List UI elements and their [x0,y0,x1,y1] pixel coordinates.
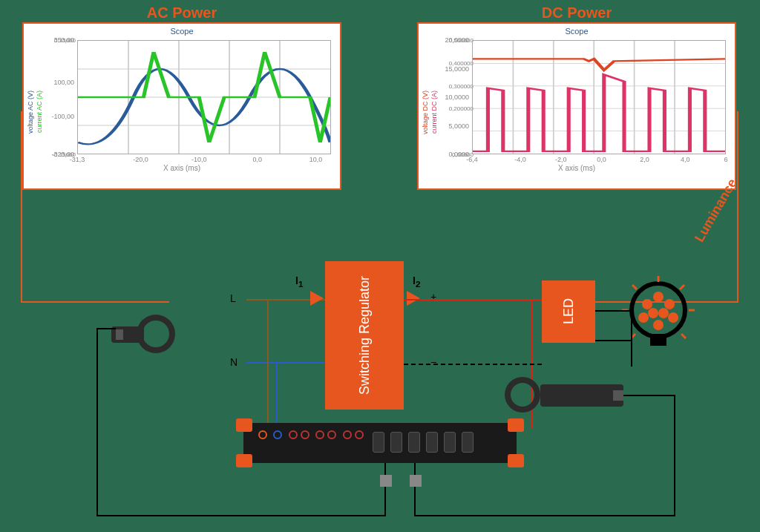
svg-point-21 [638,312,649,323]
ac-y1-label: voltage AC (V) [27,91,34,134]
plug-cube-1 [380,475,392,487]
clamp1-lead-u [384,487,386,516]
ac-scope: AC Power Scope voltage AC (V) current AC… [22,22,341,190]
svg-point-18 [653,292,664,302]
dc-title: DC Power [419,4,735,22]
svg-point-19 [642,299,652,309]
dc-y2-ticks: 0,00000 0,200000 0,300000 0,400000 0,500… [448,40,474,154]
wire-n-down [276,362,278,429]
label-l: L [230,292,236,304]
clamp2-lead-v [674,395,675,516]
wire-dc-minus [404,364,542,365]
clamp2-lead-h [623,395,675,396]
label-i2: I2 [413,275,420,289]
ac-plot [77,40,331,154]
ac-x-label: X axis (ms) [24,164,340,172]
current-clamp-1 [111,307,193,367]
path-ac-to-circuit [21,111,22,303]
arrow-i1 [310,291,324,306]
svg-point-20 [664,299,675,309]
dc-x-label: X axis (ms) [419,164,735,172]
svg-line-32 [681,334,686,338]
label-n: N [230,356,238,368]
dc-x-ticks: -6,4 -4,0 -2,0 0,0 2,0 4,0 6 [472,156,726,163]
ac-x-ticks: -31,3 -20,0 -10,0 0,0 10,0 [77,156,331,163]
arrow-i2 [407,291,420,306]
switching-regulator-block: Switching Regulator [325,261,404,410]
path-ac-to-circuit-h [21,301,169,303]
svg-rect-34 [116,329,123,340]
svg-line-27 [632,285,637,289]
wire-led-down [631,310,632,367]
label-plus: + [430,291,436,303]
wire-led-minus [595,340,632,341]
svg-rect-36 [613,390,623,401]
clamp2-lead-u [414,487,416,516]
current-clamp-2 [502,371,628,423]
clamp1-lead-v [96,328,116,329]
ac-y2-ticks: -0.15000 0.15000 [65,40,76,154]
svg-point-23 [648,308,658,318]
ac-scope-label: Scope [24,24,340,36]
wire-n [246,362,325,364]
svg-line-28 [680,285,684,289]
svg-point-22 [668,312,678,323]
clamp1-lead-h [96,328,98,516]
dc-y1-label: voltage DC (V) [422,91,429,134]
led-bulb-icon [618,275,699,356]
path-dc-to-circuit [737,111,738,303]
wire-dc-plus [404,299,542,301]
daq-device [243,423,517,463]
label-minus: − [430,356,436,368]
wire-led-plus [595,310,629,312]
dc-scope: DC Power Scope voltage DC (V) current DC… [417,22,736,190]
plug-cube-2 [410,475,422,487]
svg-rect-35 [540,384,623,407]
svg-point-25 [653,320,664,330]
dc-y2-label: current DC (A) [430,91,438,134]
dc-plot [472,40,726,154]
svg-point-24 [658,308,669,318]
ac-y2-label: current AC (A) [36,91,43,133]
svg-rect-17 [650,334,666,346]
led-block: LED [542,280,595,343]
dc-scope-label: Scope [419,24,735,36]
clamp2-lead-b [414,515,675,516]
clamp1-lead-b [96,515,386,516]
wire-l-down [267,299,269,429]
label-i1: I1 [295,275,303,289]
ac-title: AC Power [24,4,340,22]
